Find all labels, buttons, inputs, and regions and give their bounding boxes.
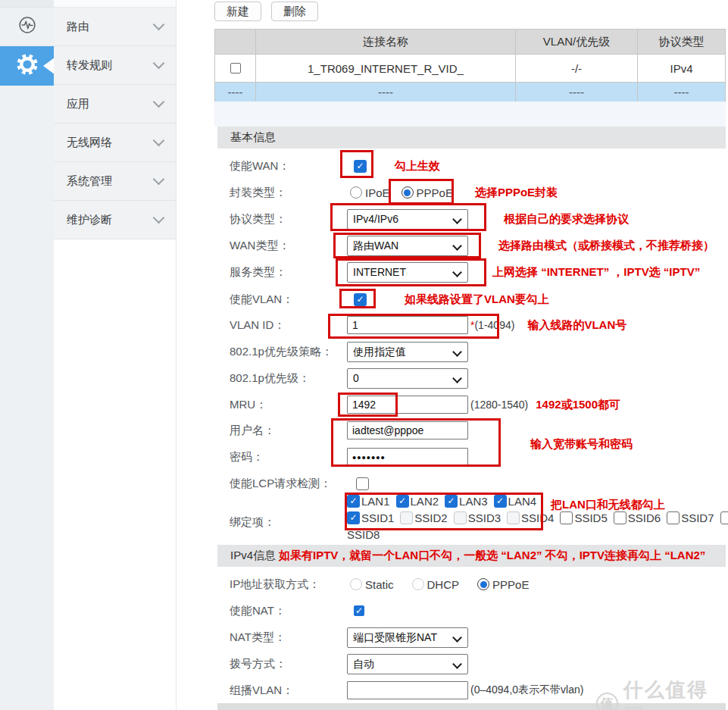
field-label: 服务类型：	[230, 265, 347, 280]
field-label: 使能VLAN：	[230, 292, 347, 307]
binding-checkbox-ssid4[interactable]	[507, 511, 520, 524]
sidebar-item-label: 转发规则	[67, 58, 112, 73]
row-multicast-vlan: 组播VLAN： (0–4094,0表示不带vlan)	[230, 680, 583, 701]
chevron-down-icon	[153, 212, 165, 224]
chevron-down-icon: 0	[347, 368, 468, 389]
sidebar-menu: 路由转发规则应用无线网络系统管理维护诊断	[54, 0, 177, 710]
encapsulation-option[interactable]: IPoE	[350, 186, 390, 199]
bindings-ssid-line: SSID1SSID2SSID3SSID4SSID5SSID6SSID7	[347, 509, 726, 526]
binding-checkbox-lan2[interactable]	[396, 495, 409, 508]
wan-enable-checkbox[interactable]	[354, 160, 367, 173]
ip-mode-option[interactable]: Static	[350, 578, 394, 591]
radio-label: DHCP	[427, 578, 460, 591]
field-label: 使能WAN：	[230, 159, 347, 174]
bindings-checkbox-area: LAN1LAN2LAN3LAN4 SSID1SSID2SSID3SSID4SSI…	[347, 493, 726, 543]
multicast-vlan-input[interactable]	[347, 681, 468, 699]
field-label: 用户名：	[230, 424, 347, 438]
table-header-row: 连接名称VLAN/优先级协议类型	[215, 30, 725, 55]
vlan-id-input[interactable]	[347, 316, 468, 334]
nat-type-select[interactable]: 端口受限锥形NAT	[347, 627, 468, 648]
sidebar-item-3[interactable]: 无线网络	[54, 124, 176, 162]
binding-checkbox-ssid2[interactable]	[400, 511, 413, 524]
field-label: 802.1p优先级：	[230, 371, 347, 386]
encapsulation-radio-ipoe[interactable]	[350, 186, 362, 199]
ip-mode-radio-pppoe[interactable]	[477, 578, 489, 590]
activity-monitor-icon	[17, 14, 38, 39]
service-type-select[interactable]: INTERNET	[347, 262, 468, 283]
binding-checkbox-ssid7[interactable]	[667, 511, 680, 524]
ip-mode-radio-static[interactable]	[350, 578, 362, 590]
binding-checkbox-lan3[interactable]	[445, 495, 458, 508]
annotation-mru: 1492或1500都可	[536, 398, 620, 412]
chevron-down-icon: INTERNET	[347, 262, 468, 283]
binding-item-ssid1: SSID1	[347, 511, 394, 524]
ip-mode-radio-dhcp[interactable]	[412, 578, 424, 590]
binding-checkbox-lan4[interactable]	[494, 495, 507, 508]
row-mru: MRU： (1280-1540) 1492或1500都可	[230, 394, 620, 415]
delete-button[interactable]: 删除	[271, 2, 318, 21]
dial-mode-select[interactable]: 自动	[347, 654, 468, 674]
encapsulation-radio-group: IPoEPPPoE	[350, 186, 453, 199]
sidebar-item-2[interactable]: 应用	[54, 85, 176, 124]
binding-checkbox-ssid1[interactable]	[347, 511, 360, 524]
row-select-checkbox[interactable]	[230, 63, 241, 74]
field-label: 使能LCP请求检测：	[230, 477, 347, 491]
binding-item-lan1: LAN1	[347, 495, 390, 508]
protocol-type-select[interactable]: IPv4/IPv6	[347, 209, 468, 230]
row-ip-mode: IP地址获取方式： StaticDHCPPPPoE	[230, 574, 529, 595]
annotation-wan-enable: 勾上生效	[395, 159, 440, 174]
lcp-checkbox[interactable]	[356, 477, 369, 490]
annotation-encapsulation: 选择PPPoE封装	[475, 186, 558, 200]
row-wan-type: WAN类型： 路由WAN 选择路由模式（或桥接模式，不推荐桥接）	[230, 235, 714, 256]
table-row[interactable]: ----------------	[215, 83, 725, 102]
ip-mode-option[interactable]: PPPoE	[477, 578, 529, 591]
chevron-down-icon: 端口受限锥形NAT	[347, 627, 468, 648]
sidebar-item-4[interactable]: 系统管理	[54, 162, 176, 201]
watermark-logo: 值	[596, 693, 618, 710]
vlan-enable-checkbox[interactable]	[354, 293, 367, 306]
wan-type-select[interactable]: 路由WAN	[347, 236, 468, 256]
mru-input[interactable]	[347, 396, 468, 414]
ip-mode-radio-group: StaticDHCPPPPoE	[350, 578, 529, 591]
sidebar-item-0[interactable]: 路由	[54, 8, 176, 46]
encapsulation-radio-pppoe[interactable]	[401, 186, 414, 199]
field-label: VLAN ID：	[230, 318, 347, 333]
field-label: IP地址获取方式：	[230, 577, 347, 592]
gear-icon	[14, 52, 40, 80]
8021p-policy-select[interactable]: 使用指定值	[347, 342, 468, 362]
binding-checkbox-ssid5[interactable]	[560, 511, 573, 524]
binding-checkbox-ssid6[interactable]	[614, 511, 626, 524]
password-input[interactable]	[347, 448, 468, 467]
binding-label: SSID4	[521, 511, 554, 524]
field-label: 组播VLAN：	[230, 683, 347, 698]
binding-item-lan3: LAN3	[445, 495, 488, 508]
sidebar-item-5[interactable]: 维护诊断	[54, 201, 176, 239]
table-row: 1_TR069_INTERNET_R_VID_-/-IPv4	[215, 55, 725, 83]
encapsulation-option[interactable]: PPPoE	[401, 186, 453, 199]
annotation-vlan-id: 输入线路的VLAN号	[527, 318, 626, 333]
rail-item-settings-active[interactable]	[0, 46, 54, 86]
sidebar-item-1[interactable]: 转发规则	[54, 46, 176, 85]
rail-item-status[interactable]	[0, 8, 54, 46]
field-label: 封装类型：	[230, 186, 347, 200]
table-cell: 1_TR069_INTERNET_R_VID_	[256, 55, 516, 82]
8021p-priority-select[interactable]: 0	[347, 368, 468, 389]
binding-checkbox-ssid3[interactable]	[454, 511, 467, 524]
watermark-text: 什么值得买	[623, 677, 728, 710]
field-label: WAN类型：	[230, 239, 347, 253]
table-cell: ----	[215, 83, 256, 102]
binding-item-ssid2: SSID2	[400, 511, 447, 524]
nat-enable-checkbox[interactable]	[354, 605, 364, 616]
username-input[interactable]	[347, 421, 468, 439]
row-8021p-priority: 802.1p优先级： 0	[230, 368, 468, 389]
radio-label: IPoE	[365, 186, 390, 199]
field-label: 拨号方式：	[230, 657, 347, 671]
table-cell: VLAN/优先级	[516, 30, 638, 54]
binding-label: LAN2	[411, 495, 439, 508]
menu-list: 路由转发规则应用无线网络系统管理维护诊断	[54, 8, 176, 239]
binding-checkbox-ssid8[interactable]	[720, 511, 728, 524]
ip-mode-option[interactable]: DHCP	[412, 578, 460, 591]
row-service-type: 服务类型： INTERNET 上网选择 “INTERNET” ，IPTV选 “I…	[230, 261, 700, 283]
new-button[interactable]: 新建	[214, 2, 261, 21]
binding-checkbox-lan1[interactable]	[347, 495, 360, 508]
